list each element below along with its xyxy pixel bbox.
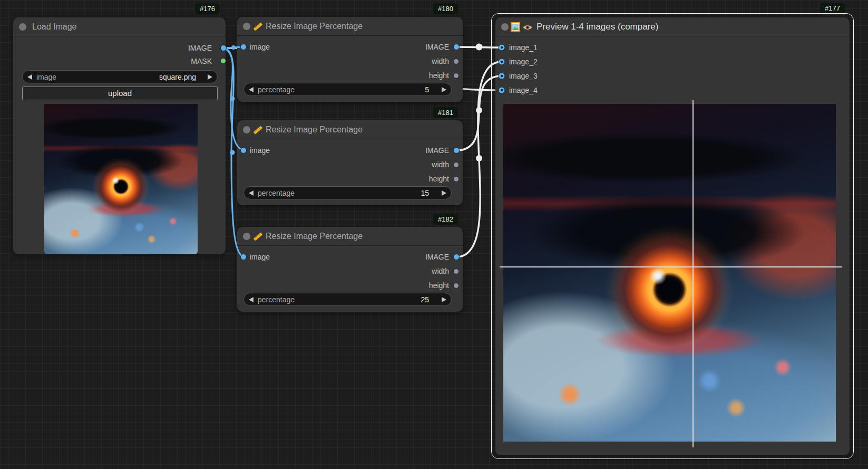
image-combo-widget[interactable]: image square.png [22, 70, 218, 83]
node-header[interactable]: Resize Image Percentage [237, 227, 463, 246]
output-label-image: IMAGE [425, 146, 449, 155]
eye-icon [522, 24, 533, 31]
compare-crosshair-horizontal [500, 266, 842, 267]
height-output-slot[interactable] [453, 73, 459, 79]
node-title: Resize Image Percentage [266, 22, 363, 31]
node-header[interactable]: Load Image [13, 17, 226, 36]
input-label-image-2: image_2 [509, 58, 538, 66]
percentage-widget[interactable]: percentage 15 [243, 186, 452, 199]
increment-arrow-icon[interactable] [442, 297, 446, 302]
output-label-width: width [432, 57, 449, 65]
link-mid-dot [231, 45, 236, 50]
loaded-image-thumbnail [44, 104, 198, 254]
mask-output-slot[interactable] [220, 58, 226, 64]
width-output-slot[interactable] [453, 162, 459, 168]
input-label-image-3: image_3 [509, 72, 538, 80]
link-mid-dot [230, 150, 235, 155]
node-graph-canvas[interactable]: #176 #180 #181 #182 #177 Load Image IMAG… [0, 0, 868, 469]
percentage-widget[interactable]: percentage 25 [243, 293, 452, 306]
node-resize-image-percentage-3[interactable]: Resize Image Percentage image IMAGE widt… [237, 227, 463, 312]
widget-label: percentage [258, 189, 295, 197]
node-load-image[interactable]: Load Image IMAGE MASK image square.png u… [13, 17, 226, 254]
node-preview-compare[interactable]: Preview 1-4 images (compare) image_1 ima… [495, 17, 850, 455]
node-title: Preview 1-4 images (compare) [537, 22, 658, 32]
output-label-image: IMAGE [188, 44, 212, 52]
widget-label: percentage [258, 295, 295, 304]
percentage-widget[interactable]: percentage 5 [243, 83, 452, 96]
widget-value: 5 [425, 85, 429, 94]
node-title: Load Image [32, 22, 77, 32]
output-label-image: IMAGE [425, 43, 449, 51]
decrement-arrow-icon[interactable] [249, 297, 253, 302]
collapse-dot-icon[interactable] [243, 23, 250, 30]
node-id-badge: #177 [820, 3, 845, 14]
upload-button[interactable]: upload [22, 87, 218, 100]
node-resize-image-percentage-1[interactable]: Resize Image Percentage image IMAGE widt… [237, 17, 463, 102]
node-header[interactable]: Preview 1-4 images (compare) [495, 17, 850, 36]
decrement-arrow-icon[interactable] [249, 190, 253, 196]
decrement-arrow-icon[interactable] [249, 87, 253, 92]
width-output-slot[interactable] [453, 59, 459, 64]
height-output-slot[interactable] [453, 176, 459, 182]
collapse-dot-icon[interactable] [501, 23, 509, 31]
output-label-mask: MASK [191, 57, 212, 65]
node-resize-image-percentage-2[interactable]: Resize Image Percentage image IMAGE widt… [237, 120, 463, 205]
combo-prev-arrow-icon[interactable] [27, 74, 32, 80]
link-mid-dot [476, 44, 483, 51]
widget-label: percentage [258, 85, 295, 94]
input-label-image-4: image_4 [509, 86, 538, 94]
output-label-height: height [429, 281, 449, 290]
increment-arrow-icon[interactable] [442, 87, 446, 92]
output-label-width: width [432, 160, 449, 169]
link-mid-dot [476, 155, 482, 161]
input-label-image-1: image_1 [509, 43, 538, 52]
node-header[interactable]: Resize Image Percentage [237, 17, 463, 36]
height-output-slot[interactable] [453, 283, 459, 289]
node-id-badge: #182 [433, 214, 458, 225]
collapse-dot-icon[interactable] [243, 126, 250, 133]
link-mid-dot [476, 107, 482, 113]
widget-value: 25 [421, 295, 429, 304]
combo-next-arrow-icon[interactable] [208, 74, 212, 80]
ruler-icon [253, 125, 263, 135]
node-id-badge: #176 [195, 3, 220, 14]
output-label-height: height [429, 71, 449, 80]
node-id-badge: #180 [433, 3, 458, 14]
ruler-icon [253, 22, 263, 32]
widget-value: 15 [421, 189, 429, 197]
output-label-width: width [432, 267, 449, 275]
framed-picture-icon [511, 22, 520, 32]
output-label-image: IMAGE [425, 253, 449, 261]
combo-value: square.png [159, 73, 196, 81]
collapse-dot-icon[interactable] [243, 233, 250, 240]
node-title: Resize Image Percentage [266, 232, 363, 241]
input-label-image: image [250, 43, 270, 51]
width-output-slot[interactable] [453, 269, 459, 274]
ruler-icon [253, 232, 263, 242]
node-id-badge: #181 [433, 107, 458, 118]
output-label-height: height [429, 175, 449, 183]
compare-preview-image[interactable] [503, 104, 836, 442]
node-header[interactable]: Resize Image Percentage [237, 120, 463, 139]
increment-arrow-icon[interactable] [442, 190, 446, 196]
node-title: Resize Image Percentage [266, 125, 363, 135]
collapse-dot-icon[interactable] [19, 23, 26, 31]
compare-crosshair-vertical [693, 100, 694, 447]
input-label-image: image [250, 146, 270, 155]
link-mid-dot [230, 97, 235, 101]
combo-label: image [36, 73, 56, 81]
input-label-image: image [250, 253, 270, 261]
